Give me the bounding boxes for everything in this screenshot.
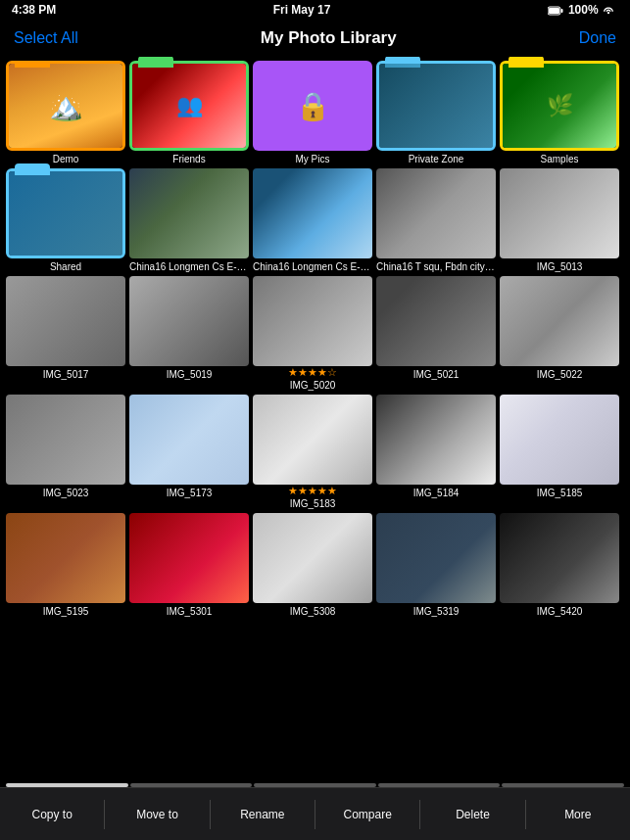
photo-thumb <box>6 395 125 485</box>
photo-thumb <box>376 168 496 258</box>
photo-label: IMG_5184 <box>413 488 460 498</box>
photo-thumb <box>6 513 125 603</box>
delete-label: Delete <box>456 808 490 821</box>
photo-item-5020[interactable]: ★★★★☆ IMG_5020 <box>253 276 372 391</box>
photo-label: IMG_5420 <box>537 606 583 617</box>
nav-bar: Select All My Photo Library Done <box>0 20 630 57</box>
photo-label: IMG_5021 <box>413 369 460 380</box>
photo-label: IMG_5022 <box>537 369 583 380</box>
photo-item-5319[interactable]: IMG_5319 <box>376 513 496 617</box>
rename-button[interactable]: Rename <box>211 788 315 840</box>
photo-thumb <box>129 395 249 485</box>
photo-item-5022[interactable]: IMG_5022 <box>500 276 619 391</box>
folder-row-1: 🏔️ Demo 👥 Friends 🔒 My Pics <box>6 61 624 164</box>
photo-item-5420[interactable]: IMG_5420 <box>500 513 619 617</box>
photo-item-cs110[interactable]: China16 Longmen Cs E-110 <box>129 168 249 272</box>
status-bar: 4:38 PM Fri May 17 100% <box>0 0 630 20</box>
status-day: Fri May 17 <box>273 3 331 17</box>
photo-row-5: IMG_5195 IMG_5301 IMG_5308 IMG_5319 IMG_… <box>6 513 624 617</box>
folder-item-mypics[interactable]: 🔒 My Pics <box>253 61 372 164</box>
photo-thumb <box>500 513 619 603</box>
photo-label: IMG_5319 <box>413 606 460 617</box>
copy-label: Copy to <box>31 808 72 821</box>
photo-label: IMG_5183 <box>290 498 336 509</box>
photo-item-5308[interactable]: IMG_5308 <box>253 513 372 617</box>
photo-item-5301[interactable]: IMG_5301 <box>129 513 249 617</box>
copy-button[interactable]: Copy to <box>0 788 104 840</box>
photo-row-3: IMG_5017 IMG_5019 ★★★★☆ IMG_5020 IMG_502… <box>6 276 624 391</box>
photo-thumb <box>6 276 125 366</box>
photo-thumb <box>253 395 372 485</box>
photo-item-5195[interactable]: IMG_5195 <box>6 513 125 617</box>
photo-thumb <box>129 168 249 258</box>
star-rating-5183: ★★★★★ <box>288 485 337 497</box>
compare-label: Compare <box>343 808 391 821</box>
folder-label-private: Private Zone <box>409 154 464 164</box>
photo-thumb <box>376 513 496 603</box>
select-all-button[interactable]: Select All <box>14 29 78 47</box>
folder-label-demo: Demo <box>53 154 79 164</box>
folder-item-demo[interactable]: 🏔️ Demo <box>6 61 125 164</box>
photo-label: IMG_5173 <box>167 488 213 498</box>
photo-label: IMG_5185 <box>537 488 583 498</box>
photo-label: IMG_5017 <box>43 369 89 380</box>
compare-button[interactable]: Compare <box>315 788 419 840</box>
photo-item-5021[interactable]: IMG_5021 <box>376 276 496 391</box>
folder-item-friends[interactable]: 👥 Friends <box>129 61 249 164</box>
folder-item-samples[interactable]: 🌿 Samples <box>500 61 619 164</box>
photo-item-5013[interactable]: IMG_5013 <box>500 168 619 272</box>
photo-item-5185[interactable]: IMG_5185 <box>500 395 619 509</box>
lock-icon: 🔒 <box>296 90 330 122</box>
photo-label: IMG_5301 <box>167 606 213 617</box>
photo-thumb <box>129 276 249 366</box>
photo-label: IMG_5013 <box>537 261 583 272</box>
photo-label: China16 Longmen Cs E-110 <box>129 261 249 272</box>
more-label: More <box>564 808 591 821</box>
folder-label-shared: Shared <box>50 261 81 272</box>
folder-item-private[interactable]: Private Zone <box>376 61 496 164</box>
photo-thumb <box>253 168 372 258</box>
photo-label: IMG_5019 <box>167 369 213 380</box>
photo-label: IMG_5195 <box>43 606 89 617</box>
delete-button[interactable]: Delete <box>420 788 524 840</box>
status-battery: 100% <box>548 3 618 17</box>
rename-label: Rename <box>240 808 284 821</box>
photo-thumb <box>500 168 619 258</box>
folder-item-shared[interactable]: Shared <box>6 168 125 272</box>
photo-label: IMG_5020 <box>290 380 336 391</box>
photo-thumb <box>500 276 619 366</box>
svg-point-3 <box>607 12 609 14</box>
photo-row-2: Shared China16 Longmen Cs E-110 China16 … <box>6 168 624 272</box>
photo-grid: 🏔️ Demo 👥 Friends 🔒 My Pics <box>0 57 630 621</box>
photo-item-5017[interactable]: IMG_5017 <box>6 276 125 391</box>
folder-label-mypics: My Pics <box>296 154 330 164</box>
photo-thumb <box>376 395 496 485</box>
photo-thumb <box>376 276 496 366</box>
svg-rect-1 <box>560 9 562 13</box>
photo-item-5023[interactable]: IMG_5023 <box>6 395 125 509</box>
photo-thumb <box>253 513 372 603</box>
photo-item-5184[interactable]: IMG_5184 <box>376 395 496 509</box>
folder-label-samples: Samples <box>541 154 579 164</box>
done-button[interactable]: Done <box>579 29 616 47</box>
photo-row-4: IMG_5023 IMG_5173 ★★★★★ IMG_5183 IMG_518… <box>6 395 624 509</box>
photo-label: IMG_5308 <box>290 606 336 617</box>
photo-item-5183[interactable]: ★★★★★ IMG_5183 <box>253 395 372 509</box>
folder-label-friends: Friends <box>172 154 205 164</box>
photo-item-5019[interactable]: IMG_5019 <box>129 276 249 391</box>
photo-label: China16 Longmen Cs E-125 blue sky <box>253 261 372 272</box>
move-button[interactable]: Move to <box>105 788 209 840</box>
more-button[interactable]: More <box>526 788 630 840</box>
photo-item-cs125[interactable]: China16 Longmen Cs E-125 blue sky <box>253 168 372 272</box>
bottom-toolbar: Copy to Move to Rename Compare Delete Mo… <box>0 787 630 840</box>
star-rating: ★★★★☆ <box>288 366 337 379</box>
photo-thumb <box>500 395 619 485</box>
svg-rect-2 <box>549 8 559 14</box>
status-time: 4:38 PM <box>12 3 56 17</box>
photo-label: IMG_5023 <box>43 488 89 498</box>
photo-item-5173[interactable]: IMG_5173 <box>129 395 249 509</box>
photo-label: China16 T squ, Fbdn city E-58 copied blu… <box>376 261 496 272</box>
page-title: My Photo Library <box>261 28 397 48</box>
photo-thumb <box>129 513 249 603</box>
photo-item-tsqu[interactable]: China16 T squ, Fbdn city E-58 copied blu… <box>376 168 496 272</box>
